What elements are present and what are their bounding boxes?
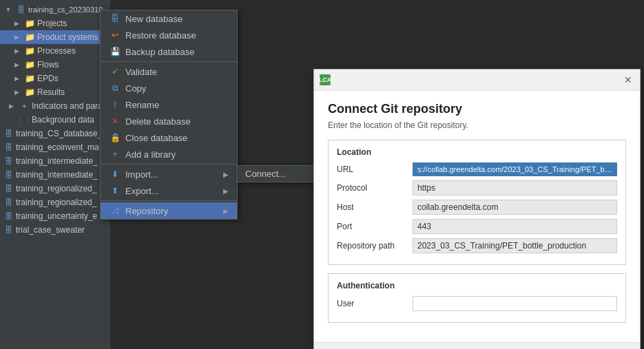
tree-item-indicators[interactable]: ▶ ✦ Indicators and para <box>0 99 110 113</box>
app-logo: LCA <box>320 74 331 85</box>
connect-label: Connect... <box>245 169 286 179</box>
menu-label: Restore database <box>125 30 196 41</box>
backup-icon: 💾 <box>109 46 121 57</box>
indicator-icon: ✦ <box>19 101 30 112</box>
dialog-subtext: Enter the location of the Git repository… <box>328 120 626 130</box>
context-menu: 🗄 New database ↩ Restore database 💾 Back… <box>100 10 238 220</box>
user-label: User <box>337 299 413 308</box>
port-value: 443 <box>413 219 617 234</box>
database-icon: 🗄 <box>3 169 14 180</box>
tree-item-label: trial_case_sweater <box>16 225 85 235</box>
tree-item-label: Indicators and para <box>32 101 103 111</box>
database-icon: 🗄 <box>3 183 14 194</box>
menu-label: New database <box>125 14 183 24</box>
folder-icon: 📁 <box>24 32 35 43</box>
tree-item-processes[interactable]: ▶ 📁 Processes <box>0 44 110 58</box>
folder-icon: 📁 <box>24 73 35 84</box>
tree-item-label: training_intermediate_ <box>16 156 98 166</box>
tree-item-db7[interactable]: 🗄 training_uncertainty_e <box>0 209 110 223</box>
tree-item-results[interactable]: ▶ 📁 Results <box>0 85 110 99</box>
repository-submenu: Connect... <box>236 165 326 182</box>
chevron-icon: ▶ <box>11 87 22 98</box>
tree-root[interactable]: ▼ 🗄 training_cs_20230310 <box>0 3 110 17</box>
tree-item-label: Projects <box>37 19 67 28</box>
protocol-value: https <box>413 180 617 195</box>
database-icon: 🗄 <box>3 156 14 167</box>
submenu-arrow-icon: ▶ <box>223 187 229 195</box>
tree-item-db2[interactable]: 🗄 training_ecoinvent_ma <box>0 140 110 154</box>
tree-item-db3[interactable]: 🗄 training_intermediate_ <box>0 154 110 168</box>
import-icon: ⬇ <box>109 169 121 180</box>
user-input[interactable] <box>413 296 617 311</box>
tree-item-label: training_uncertainty_e <box>16 211 97 221</box>
new-db-icon: 🗄 <box>109 13 121 24</box>
tree-item-label: training_regionalized_ <box>16 184 96 193</box>
grid-icon: ⋮⋮ <box>19 114 30 125</box>
database-icon: 🗄 <box>3 224 14 235</box>
chevron-icon: ▶ <box>11 73 22 84</box>
menu-item-delete-database[interactable]: ✕ Delete database <box>101 113 237 129</box>
menu-item-export[interactable]: ⬆ Export... ▶ <box>101 182 237 199</box>
tree-item-db4[interactable]: 🗄 training_intermediate_ <box>0 168 110 182</box>
tree-item-background[interactable]: ⋮⋮ Background data <box>0 113 110 127</box>
menu-item-close-database[interactable]: 🔒 Close database <box>101 129 237 146</box>
tree-item-flows[interactable]: ▶ 📁 Flows <box>0 58 110 72</box>
menu-label: Delete database <box>125 116 191 127</box>
repository-icon: ⎇ <box>109 205 121 216</box>
tree-item-label: Flows <box>37 60 59 70</box>
menu-item-restore-database[interactable]: ↩ Restore database <box>101 27 237 43</box>
menu-item-validate[interactable]: ✔ Validate <box>101 63 237 80</box>
url-value[interactable]: s://collab.greendelta.com/2023_03_CS_Tra… <box>413 162 617 176</box>
tree-item-label: training_intermediate_ <box>16 170 98 180</box>
chevron-icon: ▶ <box>11 18 22 29</box>
tree-item-epds[interactable]: ▶ 📁 EPDs <box>0 72 110 85</box>
chevron-icon <box>6 114 17 125</box>
menu-label: Copy <box>125 83 146 94</box>
tree-item-label: Results <box>37 87 65 97</box>
separator-1 <box>101 61 237 62</box>
port-label: Port <box>337 222 413 231</box>
tree-item-label: training_ecoinvent_ma <box>16 142 99 152</box>
protocol-label: Protocol <box>337 183 413 193</box>
url-row: URL s://collab.greendelta.com/2023_03_CS… <box>337 162 617 176</box>
host-value: collab.greendelta.com <box>413 200 617 215</box>
file-tree: ▼ 🗄 training_cs_20230310 ▶ 📁 Projects ▶ … <box>0 0 110 349</box>
folder-icon: 📁 <box>24 45 35 56</box>
menu-item-backup-database[interactable]: 💾 Backup database <box>101 43 237 60</box>
tree-item-db5[interactable]: 🗄 training_regionalized_ <box>0 182 110 195</box>
database-icon: 🗄 <box>3 128 14 139</box>
menu-label: Repository <box>125 206 168 216</box>
chevron-icon: ▶ <box>11 32 22 43</box>
add-library-icon: + <box>109 149 121 160</box>
tree-item-label: training_regionalized_ <box>16 198 96 207</box>
folder-icon: 📁 <box>24 18 35 29</box>
menu-label: Backup database <box>125 47 194 57</box>
rename-icon: I <box>109 99 121 110</box>
auth-group-title: Authentication <box>337 281 617 290</box>
submenu-item-connect[interactable]: Connect... <box>237 166 325 182</box>
menu-item-rename[interactable]: I Rename <box>101 96 237 113</box>
close-dialog-button[interactable]: ✕ <box>622 74 634 86</box>
dialog-titlebar: LCA ✕ <box>314 70 640 91</box>
menu-label: Rename <box>125 100 159 110</box>
menu-item-copy[interactable]: ⧉ Copy <box>101 80 237 96</box>
database-icon: 🗄 <box>3 197 14 208</box>
folder-icon: 📁 <box>24 87 35 98</box>
tree-item-db8[interactable]: 🗄 trial_case_sweater <box>0 223 110 237</box>
menu-label: Validate <box>125 67 157 77</box>
menu-item-repository[interactable]: ⎇ Repository ▶ <box>101 202 237 219</box>
menu-label: Export... <box>125 186 158 196</box>
tree-item-projects[interactable]: ▶ 📁 Projects <box>0 17 110 30</box>
tree-item-label: training_CS_database_ <box>16 129 102 138</box>
menu-item-new-database[interactable]: 🗄 New database <box>101 10 237 27</box>
menu-item-import[interactable]: ⬇ Import... ▶ <box>101 166 237 182</box>
separator-3 <box>101 200 237 201</box>
menu-label: Close database <box>125 133 187 143</box>
menu-item-add-library[interactable]: + Add a library <box>101 146 237 162</box>
tree-item-product-systems[interactable]: ▶ 📁 Product systems <box>0 30 110 44</box>
restore-icon: ↩ <box>109 30 121 41</box>
tree-item-db1[interactable]: 🗄 training_CS_database_ <box>0 127 110 140</box>
chevron-icon: ▶ <box>11 45 22 56</box>
tree-item-db6[interactable]: 🗄 training_regionalized_ <box>0 195 110 209</box>
location-group-title: Location <box>337 147 617 157</box>
